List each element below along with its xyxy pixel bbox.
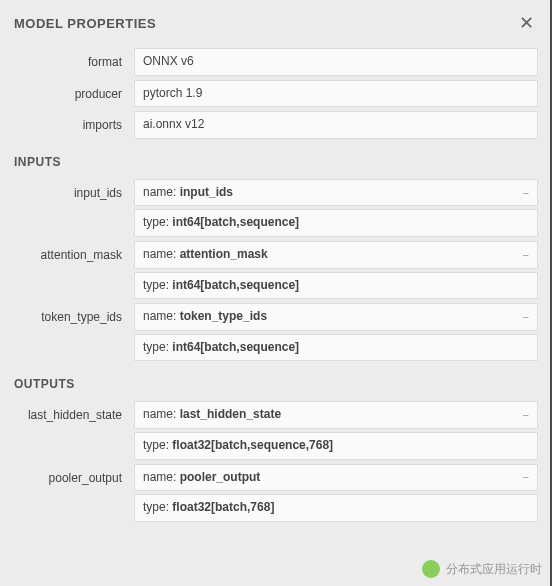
name-prefix: name:: [143, 247, 180, 261]
name-prefix: name:: [143, 309, 180, 323]
input-label: attention_mask: [14, 241, 134, 262]
panel-title: MODEL PROPERTIES: [14, 16, 156, 31]
close-button[interactable]: ✕: [515, 12, 538, 34]
tensor-name: pooler_output: [180, 470, 261, 484]
output-label: last_hidden_state: [14, 401, 134, 422]
input-row: token_type_ids name: token_type_ids type…: [14, 303, 538, 361]
section-title-inputs: INPUTS: [14, 155, 538, 169]
output-label: pooler_output: [14, 464, 134, 485]
watermark-icon: [422, 560, 440, 578]
type-prefix: type:: [143, 278, 172, 292]
name-prefix: name:: [143, 185, 180, 199]
tensor-name-box[interactable]: name: attention_mask: [134, 241, 538, 269]
tensor-type: float32[batch,768]: [172, 500, 274, 514]
tensor-type-box: type: int64[batch,sequence]: [134, 209, 538, 237]
property-row-imports: imports ai.onnx v12: [14, 111, 538, 139]
tensor-type-box: type: float32[batch,768]: [134, 494, 538, 522]
input-row: input_ids name: input_ids type: int64[ba…: [14, 179, 538, 237]
type-prefix: type:: [143, 438, 172, 452]
property-value: pytorch 1.9: [134, 80, 538, 108]
property-label: imports: [14, 111, 134, 132]
tensor-type: int64[batch,sequence]: [172, 215, 299, 229]
property-value: ONNX v6: [134, 48, 538, 76]
panel-header: MODEL PROPERTIES ✕: [14, 12, 538, 34]
tensor-type: float32[batch,sequence,768]: [172, 438, 333, 452]
watermark-text: 分布式应用运行时: [446, 561, 542, 578]
model-properties-panel: MODEL PROPERTIES ✕ format ONNX v6 produc…: [0, 0, 552, 538]
tensor-type-box: type: float32[batch,sequence,768]: [134, 432, 538, 460]
tensor-name-box[interactable]: name: token_type_ids: [134, 303, 538, 331]
tensor-type: int64[batch,sequence]: [172, 278, 299, 292]
tensor-name-box[interactable]: name: input_ids: [134, 179, 538, 207]
input-label: token_type_ids: [14, 303, 134, 324]
name-prefix: name:: [143, 470, 180, 484]
close-icon: ✕: [519, 13, 534, 33]
property-row-format: format ONNX v6: [14, 48, 538, 76]
name-prefix: name:: [143, 407, 180, 421]
input-row: attention_mask name: attention_mask type…: [14, 241, 538, 299]
type-prefix: type:: [143, 340, 172, 354]
tensor-name-box[interactable]: name: pooler_output: [134, 464, 538, 492]
tensor-name: attention_mask: [180, 247, 268, 261]
tensor-name: last_hidden_state: [180, 407, 281, 421]
property-row-producer: producer pytorch 1.9: [14, 80, 538, 108]
tensor-name: token_type_ids: [180, 309, 267, 323]
tensor-name-box[interactable]: name: last_hidden_state: [134, 401, 538, 429]
input-label: input_ids: [14, 179, 134, 200]
property-label: format: [14, 48, 134, 69]
tensor-type-box: type: int64[batch,sequence]: [134, 334, 538, 362]
property-label: producer: [14, 80, 134, 101]
watermark: 分布式应用运行时: [422, 560, 542, 578]
section-title-outputs: OUTPUTS: [14, 377, 538, 391]
output-row: pooler_output name: pooler_output type: …: [14, 464, 538, 522]
property-value: ai.onnx v12: [134, 111, 538, 139]
tensor-name: input_ids: [180, 185, 233, 199]
tensor-type: int64[batch,sequence]: [172, 340, 299, 354]
type-prefix: type:: [143, 500, 172, 514]
type-prefix: type:: [143, 215, 172, 229]
output-row: last_hidden_state name: last_hidden_stat…: [14, 401, 538, 459]
tensor-type-box: type: int64[batch,sequence]: [134, 272, 538, 300]
